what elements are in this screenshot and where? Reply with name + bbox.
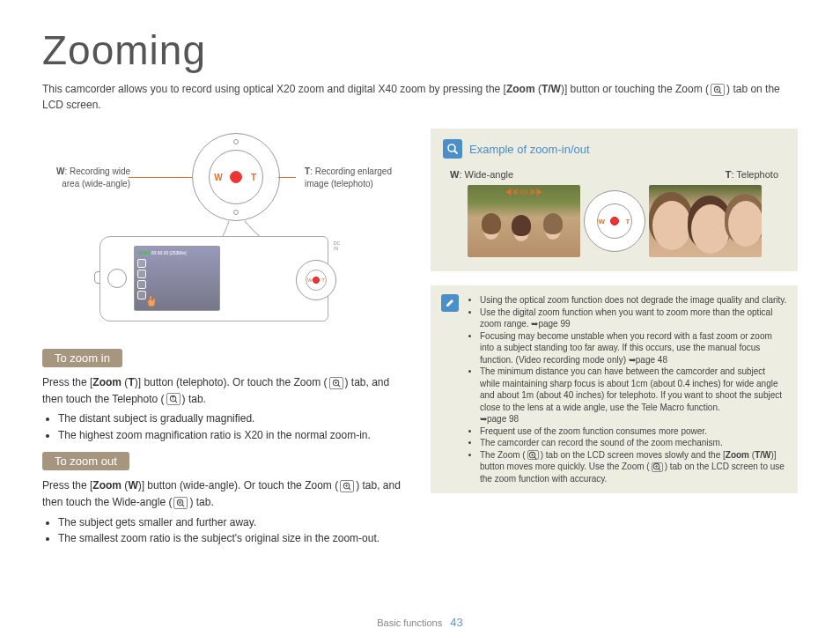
t-pointer-line xyxy=(278,177,296,178)
side-dial-t: T xyxy=(321,277,325,283)
intro-text: This camcorder allows you to record usin… xyxy=(42,81,798,113)
mid-dial-t: T xyxy=(626,218,630,225)
notes-box: Using the optical zoom function does not… xyxy=(431,285,798,493)
zoom-plus-icon xyxy=(340,480,354,492)
note-1: Using the optical zoom function does not… xyxy=(480,294,787,307)
page-footer: Basic functions 43 xyxy=(0,616,840,629)
note-pencil-icon xyxy=(441,294,459,312)
footer-section: Basic functions xyxy=(377,617,442,628)
zoom-in-bullet-1: The distant subject is gradually magnifi… xyxy=(58,410,409,427)
w-label: : Recording wide area (wide-angle) xyxy=(62,166,130,188)
dial-t-label: T xyxy=(247,173,260,182)
dc-in-label: DC IN xyxy=(334,240,340,251)
zoom-in-instructions: Press the [Zoom (T)] button (telephoto).… xyxy=(42,374,409,407)
side-dial-w: W xyxy=(307,277,313,283)
svg-line-14 xyxy=(454,151,458,154)
camcorder-diagram: W: Recording wide area (wide-angle) W T … xyxy=(42,137,409,340)
note-7: The Zoom () tab on the LCD screen moves … xyxy=(480,449,787,485)
top-zoom-dial: W T xyxy=(192,133,280,221)
note-4: The minimum distance you can have betwee… xyxy=(480,366,787,425)
wide-angle-photo xyxy=(468,185,580,257)
intro-zoom-word: Zoom xyxy=(506,83,535,95)
zoom-out-instructions: Press the [Zoom (W)] button (wide-angle)… xyxy=(42,477,409,510)
svg-point-13 xyxy=(448,144,455,152)
zoom-out-bullet-1: The subject gets smaller and further awa… xyxy=(58,514,409,531)
zoom-out-bullet-2: The smallest zoom ratio is the subject's… xyxy=(58,530,409,547)
zoom-in-bullet-2: The highest zoom magnification ratio is … xyxy=(58,427,409,444)
note-5: Frequent use of the zoom function consum… xyxy=(480,425,787,438)
lcd-screen: STBY 00:00:00 [253Min] xyxy=(134,246,220,311)
magnifier-icon xyxy=(443,139,462,159)
zoom-in-heading: To zoom in xyxy=(42,349,122,367)
camcorder-body: STBY 00:00:00 [253Min] DC IN W T xyxy=(99,236,355,322)
t-label: : Recording enlarged image (telephoto) xyxy=(305,166,392,188)
example-title: Example of zoom-in/out xyxy=(469,143,590,156)
zoom-out-heading: To zoom out xyxy=(42,452,129,470)
zoom-plus-icon xyxy=(652,462,663,472)
touch-hand-icon xyxy=(145,294,159,308)
intro-mid: ( xyxy=(535,83,542,95)
mid-dial-w: W xyxy=(599,218,606,225)
intro-pre: This camcorder allows you to record usin… xyxy=(42,83,506,95)
example-photo-row: W T xyxy=(443,185,785,257)
example-zoom-dial: W T xyxy=(584,190,645,252)
example-t-label: T: Telephoto xyxy=(726,169,778,180)
stby-indicator: STBY xyxy=(138,250,150,255)
page-title: Zooming xyxy=(42,26,798,74)
example-w-label: W: Wide-angle xyxy=(450,169,513,180)
page-number: 43 xyxy=(450,616,462,629)
telephoto-icon xyxy=(166,393,181,405)
zoom-plus-icon xyxy=(527,450,539,460)
zoom-plus-icon xyxy=(329,377,343,389)
zoom-out-section: To zoom out Press the [Zoom (W)] button … xyxy=(42,452,409,546)
dial-w-label: W xyxy=(212,173,225,182)
w-label-bold: W xyxy=(56,166,64,176)
wide-angle-icon xyxy=(173,497,188,509)
note-3: Focusing may become unstable when you re… xyxy=(480,330,787,366)
zoom-in-section: To zoom in Press the [Zoom (T)] button (… xyxy=(42,349,409,443)
note-2: Use the digital zoom function when you w… xyxy=(480,307,787,330)
telephoto-photo xyxy=(649,185,762,257)
example-box: Example of zoom-in/out W: Wide-angle T: … xyxy=(431,129,798,271)
side-zoom-dial: W T xyxy=(296,260,336,300)
note-6: The camcorder can record the sound of th… xyxy=(480,437,787,449)
intro-post1: )] button or touching the Zoom ( xyxy=(561,83,709,95)
intro-tw: T/W xyxy=(542,83,561,95)
screen-timecode: 00:00:00 [253Min] xyxy=(151,250,187,255)
zoom-plus-icon xyxy=(711,84,725,96)
